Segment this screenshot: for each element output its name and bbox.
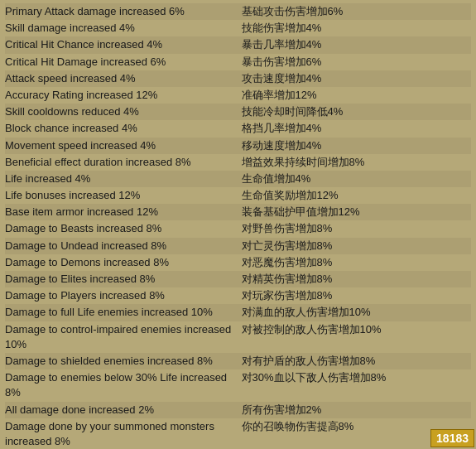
- table-row: Life increased 4%生命值增加4%: [5, 171, 471, 187]
- table-row: Movement speed increased 4%移动速度增加4%: [5, 138, 471, 154]
- table-row: Accuracy Rating increased 12%准确率增加12%: [5, 87, 471, 104]
- right-cell: 暴击伤害增加6%: [242, 55, 472, 70]
- right-cell: 对亡灵伤害增加8%: [242, 239, 472, 253]
- table-row: Critical Hit Damage increased 6%暴击伤害增加6%: [5, 54, 471, 70]
- right-cell: 生命值增加4%: [242, 171, 472, 186]
- table-row: Damage to control-impaired enemies incre…: [5, 321, 471, 353]
- table-row: Damage to shielded enemies increased 8%对…: [5, 353, 471, 369]
- right-cell: 技能伤害增加4%: [242, 21, 472, 36]
- right-cell: 技能冷却时间降低4%: [242, 104, 472, 119]
- left-cell: Base item armor increased 12%: [5, 205, 242, 220]
- right-cell: 增益效果持续时间增加8%: [242, 155, 472, 170]
- left-cell: Skill damage increased 4%: [5, 21, 242, 36]
- left-cell: Damage to Undead increased 8%: [5, 239, 242, 253]
- left-cell: Damage to Demons increased 8%: [5, 255, 242, 270]
- left-cell: All damage done increased 2%: [5, 403, 242, 418]
- left-cell: Life bonuses increased 12%: [5, 188, 242, 203]
- table-row: Life bonuses increased 12%生命值奖励增加12%: [5, 187, 471, 204]
- left-cell: Beneficial effect duration increased 8%: [5, 155, 242, 170]
- left-cell: Damage to control-impaired enemies incre…: [5, 322, 242, 352]
- table-row: Damage to full Life enemies increased 10…: [5, 304, 471, 321]
- right-cell: 装备基础护甲值增加12%: [242, 205, 472, 220]
- table-row: Damage to Beasts increased 8%对野兽伤害增加8%: [5, 220, 471, 237]
- table-row: Skill cooldowns reduced 4%技能冷却时间降低4%: [5, 104, 471, 120]
- table-row: Skill damage increased 4%技能伤害增加4%: [5, 20, 471, 36]
- left-cell: Accuracy Rating increased 12%: [5, 88, 242, 103]
- right-cell: 移动速度增加4%: [242, 138, 472, 153]
- left-cell: Damage done by your summoned monsters in…: [5, 419, 242, 449]
- table-row: Critical Hit Chance increased 4%暴击几率增加4%: [5, 36, 471, 53]
- table-row: Damage to Players increased 8%对玩家伤害增加8%: [5, 287, 471, 304]
- left-cell: Primary Attack damage increased 6%: [5, 4, 242, 19]
- table-row: Damage to Demons increased 8%对恶魔伤害增加8%: [5, 254, 471, 271]
- left-cell: Damage to Players increased 8%: [5, 288, 242, 303]
- left-cell: Critical Hit Chance increased 4%: [5, 37, 242, 52]
- right-cell: 对恶魔伤害增加8%: [242, 255, 472, 270]
- left-cell: Damage to enemies below 30% Life increas…: [5, 370, 242, 400]
- watermark: 18183: [430, 429, 474, 447]
- table-row: Beneficial effect duration increased 8%增…: [5, 154, 471, 171]
- left-cell: Damage to Beasts increased 8%: [5, 221, 242, 236]
- table-row: Attack speed increased 4%攻击速度增加4%: [5, 70, 471, 87]
- right-cell: 对30%血以下敌人伤害增加8%: [242, 370, 472, 385]
- left-cell: Damage to Elites increased 8%: [5, 272, 242, 287]
- table-row: Damage done by your summoned monsters in…: [5, 418, 471, 449]
- right-cell: 基础攻击伤害增加6%: [242, 4, 472, 19]
- right-cell: 对满血的敌人伤害增加10%: [242, 305, 472, 320]
- table-row: Block chance increased 4%格挡几率增加4%: [5, 120, 471, 137]
- table-row: Damage to Undead increased 8%对亡灵伤害增加8%: [5, 238, 471, 254]
- left-cell: Attack speed increased 4%: [5, 71, 242, 86]
- left-cell: Skill cooldowns reduced 4%: [5, 104, 242, 119]
- left-cell: Block chance increased 4%: [5, 121, 242, 136]
- right-cell: 所有伤害增加2%: [242, 403, 472, 418]
- right-cell: 对野兽伤害增加8%: [242, 221, 472, 236]
- right-cell: 生命值奖励增加12%: [242, 188, 472, 203]
- right-cell: 对精英伤害增加8%: [242, 272, 472, 287]
- left-cell: Damage to full Life enemies increased 10…: [5, 305, 242, 320]
- right-cell: 格挡几率增加4%: [242, 121, 472, 136]
- table-row: Base item armor increased 12%装备基础护甲值增加12…: [5, 204, 471, 220]
- table-row: Damage to Elites increased 8%对精英伤害增加8%: [5, 271, 471, 287]
- right-cell: 暴击几率增加4%: [242, 37, 472, 52]
- right-cell: 对被控制的敌人伤害增加10%: [242, 322, 472, 337]
- right-cell: 准确率增加12%: [242, 88, 472, 103]
- table-row: All damage done increased 2%所有伤害增加2%: [5, 402, 471, 418]
- right-cell: 对有护盾的敌人伤害增加8%: [242, 354, 472, 369]
- left-cell: Damage to shielded enemies increased 8%: [5, 354, 242, 369]
- left-cell: Critical Hit Damage increased 6%: [5, 55, 242, 70]
- left-cell: Movement speed increased 4%: [5, 138, 242, 153]
- table-row: Damage to enemies below 30% Life increas…: [5, 369, 471, 401]
- left-cell: Life increased 4%: [5, 171, 242, 186]
- right-cell: 攻击速度增加4%: [242, 71, 472, 86]
- stats-table: Primary Attack damage increased 6%基础攻击伤害…: [0, 0, 476, 449]
- right-cell: 对玩家伤害增加8%: [242, 288, 472, 303]
- table-row: Primary Attack damage increased 6%基础攻击伤害…: [5, 3, 471, 20]
